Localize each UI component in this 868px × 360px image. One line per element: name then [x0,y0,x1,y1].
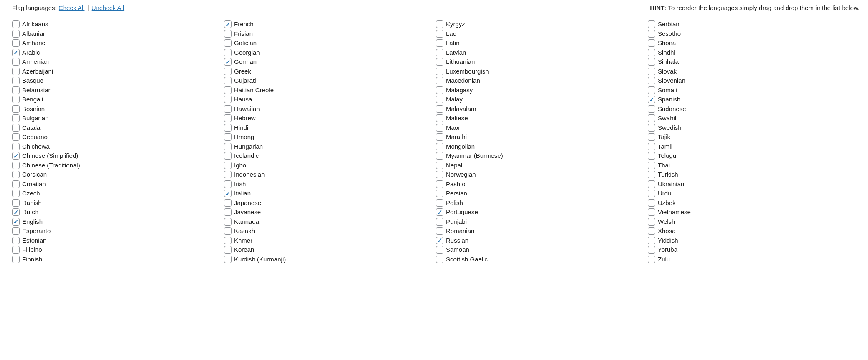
language-checkbox[interactable] [224,208,232,216]
language-checkbox[interactable] [224,30,232,38]
language-checkbox[interactable] [12,20,20,28]
language-checkbox[interactable] [224,39,232,47]
language-label[interactable]: Gujarati [234,76,256,86]
language-checkbox[interactable] [224,68,232,75]
language-checkbox[interactable] [436,68,443,75]
language-checkbox[interactable] [648,256,655,263]
language-label[interactable]: Azerbaijani [22,67,53,76]
language-checkbox[interactable] [648,171,655,178]
language-label[interactable]: Dutch [22,208,38,217]
language-label[interactable]: English [22,217,43,227]
language-label[interactable]: Swahili [658,114,678,123]
language-checkbox[interactable] [224,124,232,132]
language-checkbox[interactable] [12,133,20,141]
language-label[interactable]: Mongolian [446,142,475,152]
language-checkbox[interactable] [12,180,20,188]
language-checkbox[interactable] [12,49,20,56]
language-label[interactable]: Amharic [22,38,45,48]
language-label[interactable]: German [234,57,257,67]
language-checkbox[interactable] [224,49,232,56]
language-checkbox[interactable] [648,133,655,141]
language-checkbox[interactable] [224,227,232,235]
language-label[interactable]: Hungarian [234,142,263,152]
language-checkbox[interactable] [12,58,20,66]
language-checkbox[interactable] [436,20,443,28]
language-label[interactable]: Italian [234,189,251,198]
language-checkbox[interactable] [436,86,443,94]
language-checkbox[interactable] [648,96,655,103]
language-label[interactable]: Hindi [234,123,248,133]
language-checkbox[interactable] [436,49,443,56]
language-checkbox[interactable] [12,124,20,132]
language-label[interactable]: Hausa [234,95,252,104]
language-checkbox[interactable] [436,58,443,66]
language-label[interactable]: Javanese [234,208,261,217]
check-all-link[interactable]: Check All [59,4,85,11]
language-checkbox[interactable] [224,143,232,150]
language-checkbox[interactable] [648,227,655,235]
language-label[interactable]: Norwegian [446,170,476,180]
language-label[interactable]: Cebuano [22,132,48,142]
language-checkbox[interactable] [12,190,20,197]
language-label[interactable]: Maltese [446,114,468,123]
language-checkbox[interactable] [648,20,655,28]
language-checkbox[interactable] [436,227,443,235]
language-label[interactable]: Kazakh [234,226,255,236]
language-checkbox[interactable] [224,152,232,160]
language-checkbox[interactable] [436,114,443,122]
language-label[interactable]: French [234,20,254,29]
language-label[interactable]: Hawaiian [234,104,260,114]
language-checkbox[interactable] [648,152,655,160]
language-checkbox[interactable] [224,162,232,169]
language-label[interactable]: Polish [446,198,463,208]
language-label[interactable]: Romanian [446,226,474,236]
language-label[interactable]: Kannada [234,217,259,227]
language-checkbox[interactable] [648,208,655,216]
language-label[interactable]: Turkish [658,170,678,180]
language-checkbox[interactable] [648,114,655,122]
language-checkbox[interactable] [436,152,443,160]
language-checkbox[interactable] [12,218,20,226]
language-label[interactable]: Belarusian [22,86,52,95]
language-checkbox[interactable] [12,77,20,84]
language-label[interactable]: Filipino [22,245,42,255]
language-label[interactable]: Bosnian [22,104,45,114]
language-label[interactable]: Bulgarian [22,114,48,123]
language-checkbox[interactable] [224,171,232,178]
language-label[interactable]: Khmer [234,236,252,246]
language-label[interactable]: Marathi [446,132,467,142]
language-label[interactable]: Lao [446,29,456,39]
language-checkbox[interactable] [224,58,232,66]
language-checkbox[interactable] [436,96,443,103]
language-checkbox[interactable] [436,256,443,263]
language-checkbox[interactable] [436,124,443,132]
language-label[interactable]: Catalan [22,123,44,133]
language-checkbox[interactable] [224,114,232,122]
language-label[interactable]: Icelandic [234,151,259,161]
language-label[interactable]: Igbo [234,161,246,170]
language-label[interactable]: Punjabi [446,217,467,227]
language-checkbox[interactable] [648,39,655,47]
language-label[interactable]: Russian [446,236,468,246]
language-label[interactable]: Ukrainian [658,180,684,189]
language-label[interactable]: Kyrgyz [446,20,465,29]
language-label[interactable]: Korean [234,245,254,255]
language-label[interactable]: Galician [234,38,257,48]
language-checkbox[interactable] [224,96,232,103]
language-checkbox[interactable] [436,39,443,47]
language-checkbox[interactable] [648,199,655,207]
language-checkbox[interactable] [648,77,655,84]
language-checkbox[interactable] [436,105,443,113]
language-label[interactable]: Welsh [658,217,675,227]
language-checkbox[interactable] [436,218,443,226]
language-checkbox[interactable] [224,86,232,94]
language-label[interactable]: Bengali [22,95,43,104]
language-checkbox[interactable] [648,49,655,56]
language-label[interactable]: Scottish Gaelic [446,255,488,264]
language-checkbox[interactable] [436,162,443,169]
language-checkbox[interactable] [436,171,443,178]
language-label[interactable]: Yiddish [658,236,678,246]
language-label[interactable]: Thai [658,161,670,170]
language-checkbox[interactable] [224,199,232,207]
language-checkbox[interactable] [12,143,20,150]
